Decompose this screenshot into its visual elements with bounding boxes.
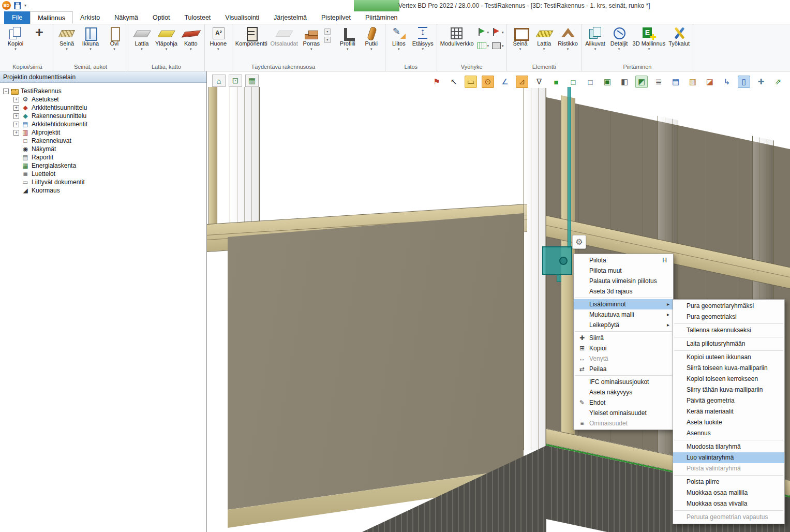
tab-file[interactable]: File	[4, 11, 30, 24]
tree-item-arkkitehtisuunnittelu[interactable]: +Arkkitehtisuunnittelu	[3, 104, 206, 112]
save-icon[interactable]	[14, 2, 21, 9]
menu-item-poista-piirre[interactable]: Poista piirre	[673, 477, 784, 487]
tree-item-aliprojektit[interactable]: +Aliprojektit	[3, 128, 206, 137]
menu-item-palauta-viimeisin-piilotus[interactable]: Palauta viimeisin piilotus	[574, 276, 673, 286]
tree-item-liittyvät-dokumentit[interactable]: Liittyvät dokumentit	[3, 178, 206, 186]
filled-box-icon[interactable]: ▣	[601, 76, 614, 88]
tab-piirtäminen[interactable]: Piirtäminen	[358, 11, 405, 24]
cascade-views-icon[interactable]: ⊡	[229, 75, 242, 87]
ribbon-button-box-small[interactable]: ▾	[491, 41, 504, 50]
tree-item-energialaskenta[interactable]: Energialaskenta	[3, 161, 206, 170]
ribbon-button-alikuvat[interactable]: Alikuvat▾	[584, 25, 607, 52]
book-icon[interactable]: ▯	[738, 76, 750, 88]
solid-box-icon[interactable]: ■	[550, 76, 562, 88]
ucs-axes-icon[interactable]: ↳	[721, 76, 733, 88]
ribbon-button-ovi[interactable]: Ovi▾	[102, 25, 126, 52]
export-view-icon[interactable]: ⇗	[772, 76, 784, 88]
menu-item-laita-piilotusryhmään[interactable]: Laita piilotusryhmään	[673, 338, 784, 349]
selected-member-highlight[interactable]	[568, 87, 571, 248]
tree-item-arkkitehtidokumentit[interactable]: +Arkkitehtidokumentit	[3, 120, 206, 128]
tab-mallinnus[interactable]: Mallinnus	[30, 11, 73, 24]
menu-item-mukautuva-malli[interactable]: Mukautuva malli▸	[574, 309, 673, 320]
menu-item-piilota[interactable]: PiilotaH	[574, 255, 673, 265]
tree-item-raportit[interactable]: Raportit	[3, 153, 206, 161]
tab-tulosteet[interactable]: Tulosteet	[177, 11, 218, 24]
copy-image-icon[interactable]: ▤	[669, 76, 682, 88]
menu-item-siirrä-toiseen-kuva-mallipariin[interactable]: Siirrä toiseen kuva-mallipariin	[673, 363, 784, 374]
snap-point-icon[interactable]: ⊙	[482, 76, 494, 88]
selected-fitting-stub[interactable]	[557, 275, 561, 282]
menu-item-asennus[interactable]: Asennus	[673, 428, 784, 439]
tree-item-kuormaus[interactable]: Kuormaus	[3, 186, 206, 195]
pointer-snap-icon[interactable]: ↖	[448, 76, 460, 88]
ribbon-button-ikkuna[interactable]: Ikkuna▾	[79, 25, 102, 52]
ribbon-button-porras[interactable]: Porras▾	[300, 25, 323, 52]
viewport-3d[interactable]: ⌂⊡▦ ⚑↖▭⊙∠⊿∇■□□▣◧◩≣▤▥◪↳▯✚⇗ ⚙ PiilotaHPiil…	[207, 71, 790, 532]
ribbon-button-detaljit[interactable]: Detaljit▾	[607, 25, 631, 52]
ribbon-button-siirra[interactable]	[27, 25, 51, 41]
ribbon-button-moduliverkko[interactable]: Moduliverkko	[439, 25, 475, 47]
tab-optiot[interactable]: Optiot	[145, 11, 177, 24]
menu-item-lisätoiminnot[interactable]: Lisätoiminnot▸	[574, 299, 673, 309]
measure-icon[interactable]: ▭	[465, 76, 477, 88]
add-view-icon[interactable]: ✚	[755, 76, 767, 88]
tree-item-asetukset[interactable]: +Asetukset	[3, 95, 206, 104]
menu-item-muodosta-tilaryhmä[interactable]: Muodosta tilaryhmä	[673, 441, 784, 452]
tree-item-testirakennus[interactable]: −TestiRakennus	[3, 87, 206, 95]
tree-item-luettelot[interactable]: Luettelot	[3, 170, 206, 178]
tree-item-rakennekuvat[interactable]: Rakennekuvat	[3, 137, 206, 145]
menu-item-muokkaa-osaa-mallilla[interactable]: Muokkaa osaa mallilla	[673, 487, 784, 498]
menu-item-ifc-ominaisuusjoukot[interactable]: IFC ominaisuusjoukot	[574, 377, 673, 387]
menu-item-aseta-3d-rajaus[interactable]: Aseta 3d rajaus	[574, 286, 673, 297]
menu-item-kopioi-toiseen-kerrokseen[interactable]: Kopioi toiseen kerrokseen	[673, 374, 784, 385]
menu-item-leikepöytä[interactable]: Leikepöytä▸	[574, 320, 673, 330]
quick-access-caret-icon[interactable]: ▾	[24, 3, 26, 8]
menu-item-muokkaa-osaa-viivalla[interactable]: Muokkaa osaa viivalla	[673, 498, 784, 509]
tree-expander-plus-icon[interactable]: +	[13, 105, 19, 111]
ribbon-button-profiili[interactable]: Profiili▾	[336, 25, 360, 52]
ribbon-button-yläpohja[interactable]: Yläpohja▾	[154, 25, 179, 52]
ribbon-button-liitos[interactable]: Liitos▾	[387, 25, 411, 52]
menu-item-aseta-luokite[interactable]: Aseta luokite	[673, 417, 784, 428]
section-box-icon[interactable]: ◧	[618, 76, 631, 88]
ribbon-button-3d-mallinnus[interactable]: 3D Mallinnus▾	[631, 25, 667, 52]
menu-item-tallenna-rakennukseksi[interactable]: Tallenna rakennukseksi	[673, 325, 784, 336]
snap-perp-icon[interactable]: ⊿	[516, 76, 528, 88]
ribbon-button-lattia[interactable]: Lattia▾	[130, 25, 154, 52]
pin-icon[interactable]: ⚑	[430, 76, 443, 88]
menu-item-kopioi-uuteen-ikkunaan[interactable]: Kopioi uuteen ikkunaan	[673, 352, 784, 363]
ribbon-button-elementti-lattia[interactable]: Lattia▾	[532, 25, 556, 52]
ribbon-button-elementti-seina[interactable]: Seinä▾	[509, 25, 532, 52]
tab-pistepilvet[interactable]: Pistepilvet	[314, 11, 358, 24]
ribbon-button-seinä[interactable]: Seinä▾	[55, 25, 79, 52]
ribbon-button-kopioi[interactable]: Kopioi▾	[4, 25, 27, 52]
menu-item-siirry-tähän-kuva-mallipariin[interactable]: Siirry tähän kuva-mallipariin	[673, 385, 784, 395]
menu-item-kopioi[interactable]: ⊞Kopioi	[574, 343, 673, 353]
menu-item-luo-valintaryhmä[interactable]: Luo valintaryhmä	[673, 452, 784, 463]
menu-item-kerää-materiaalit[interactable]: Kerää materiaalit	[673, 406, 784, 417]
plot-icon[interactable]: ▥	[687, 76, 699, 88]
erase-icon[interactable]: ◪	[704, 76, 716, 88]
quick-settings-button[interactable]: ⚙	[572, 235, 586, 249]
ribbon-button-flag-green[interactable]: ▾	[476, 27, 489, 37]
ribbon-button-työkalut[interactable]: Työkalut	[667, 25, 691, 47]
snap-angle-icon[interactable]: ∠	[499, 76, 511, 88]
tree-expander-minus-icon[interactable]: −	[3, 88, 9, 94]
tree-expander-plus-icon[interactable]: +	[13, 113, 19, 119]
ribbon-button-katto[interactable]: Katto▾	[179, 25, 203, 52]
menu-item-piilota-muut[interactable]: Piilota muut	[574, 265, 673, 276]
tree-item-näkymät[interactable]: Näkymät	[3, 145, 206, 153]
menu-item-pura-geometriaryhmäksi[interactable]: Pura geometriaryhmäksi	[673, 301, 784, 312]
ribbon-button-putki[interactable]: Putki▾	[360, 25, 383, 52]
tab-järjestelmä[interactable]: Järjestelmä	[266, 11, 314, 24]
tree-item-rakennesuunnittelu[interactable]: +Rakennesuunnittelu	[3, 112, 206, 120]
tab-näkymä[interactable]: Näkymä	[107, 11, 145, 24]
ribbon-button-etäisyys[interactable]: Etäisyys▾	[411, 25, 435, 52]
menu-item-pura-geometriaksi[interactable]: Pura geometriaksi	[673, 312, 784, 322]
tree-expander-plus-icon[interactable]: +	[13, 122, 19, 127]
list-icon[interactable]: ≣	[652, 76, 665, 88]
tree-expander-plus-icon[interactable]: +	[13, 97, 19, 102]
wire-box-icon[interactable]: □	[567, 76, 579, 88]
ribbon-button-huone[interactable]: Huone▾	[206, 25, 230, 52]
ribbon-button-komponentti[interactable]: Komponentti	[234, 25, 269, 47]
